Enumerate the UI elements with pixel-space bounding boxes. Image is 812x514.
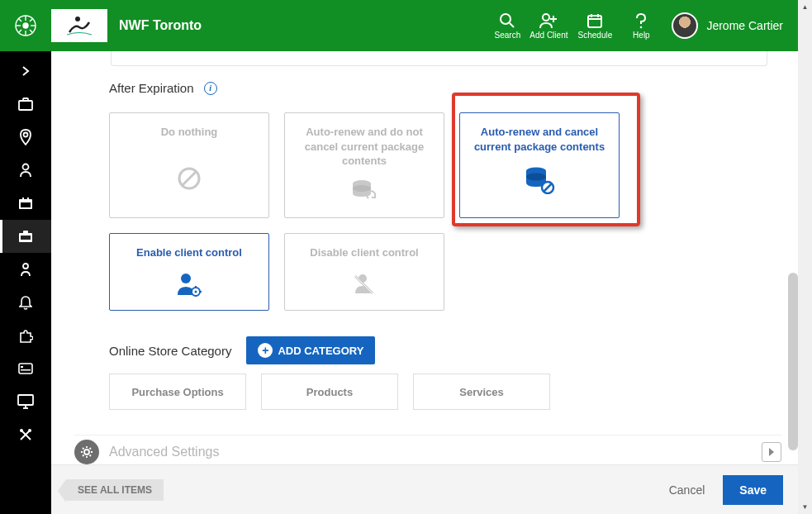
svg-rect-31 [19, 364, 32, 374]
tab-services[interactable]: Services [413, 374, 550, 410]
sidebar-date-icon[interactable] [0, 187, 51, 220]
search-button[interactable]: Search [487, 12, 528, 40]
add-client-button[interactable]: Add Client [528, 12, 569, 40]
tab-purchase-options[interactable]: Purchase Options [109, 374, 246, 410]
plus-icon: + [258, 343, 273, 358]
schedule-button[interactable]: Schedule [569, 12, 620, 40]
database-cancel-icon [524, 166, 555, 194]
avatar [672, 12, 698, 39]
sidebar-expand[interactable] [0, 55, 51, 88]
svg-point-1 [23, 23, 28, 28]
sidebar-monitor-icon[interactable] [0, 385, 51, 418]
svg-line-65 [90, 455, 92, 456]
schedule-label: Schedule [569, 31, 620, 40]
user-name: Jerome Cartier [706, 19, 783, 32]
sidebar-card-icon[interactable] [0, 352, 51, 385]
card-auto-no-cancel[interactable]: Auto-renew and do not cancel current pac… [284, 112, 444, 218]
card-do-nothing[interactable]: Do nothing [109, 112, 269, 218]
card-enable-client[interactable]: Enable client control [109, 233, 269, 311]
after-expiration-text: After Expiration [109, 81, 194, 95]
sidebar-bell-icon[interactable] [0, 286, 51, 319]
left-sidebar [0, 51, 51, 514]
tab-products[interactable]: Products [261, 374, 398, 410]
see-all-label: SEE ALL ITEMS [78, 484, 152, 496]
svg-rect-16 [588, 16, 601, 27]
org-logo[interactable] [51, 9, 107, 42]
svg-point-39 [20, 429, 23, 432]
footer-bar: SEE ALL ITEMS Cancel Save [51, 464, 798, 514]
svg-point-49 [181, 274, 191, 283]
add-category-button[interactable]: + ADD CATEGORY [246, 336, 375, 364]
collapsed-panel [111, 51, 767, 66]
svg-point-51 [195, 290, 197, 293]
app-logo-icon[interactable] [0, 15, 51, 36]
user-menu[interactable]: Jerome Cartier [662, 12, 798, 39]
card-label: Disable client control [310, 245, 418, 260]
person-gear-icon [176, 272, 202, 297]
svg-line-12 [510, 23, 514, 27]
card-label: Auto-renew and do not cancel current pac… [293, 125, 435, 169]
svg-rect-32 [21, 366, 23, 368]
card-label: Enable client control [136, 245, 242, 260]
help-button[interactable]: Help [620, 12, 662, 40]
save-button[interactable]: Save [723, 475, 783, 505]
scroll-up-icon[interactable]: ▲ [798, 0, 812, 14]
svg-line-8 [30, 18, 33, 21]
svg-point-40 [28, 429, 31, 432]
search-label: Search [487, 31, 528, 40]
card-auto-cancel[interactable]: Auto-renew and cancel current package co… [459, 112, 620, 218]
sidebar-person-icon[interactable] [0, 154, 51, 187]
help-label: Help [620, 31, 662, 40]
svg-point-20 [640, 26, 643, 28]
after-expiration-heading: After Expiration i [109, 81, 217, 95]
scroll-down-icon[interactable]: ▼ [798, 500, 812, 514]
svg-point-46 [526, 174, 546, 181]
svg-point-13 [543, 14, 549, 21]
svg-line-64 [83, 448, 84, 450]
svg-rect-21 [19, 101, 32, 110]
svg-rect-29 [21, 236, 31, 240]
svg-point-10 [75, 17, 80, 21]
online-store-heading: Online Store Category [109, 344, 231, 358]
advanced-label: Advanced Settings [109, 445, 219, 459]
cancel-button[interactable]: Cancel [669, 483, 705, 497]
expand-button[interactable] [762, 442, 781, 462]
svg-rect-33 [21, 369, 31, 371]
svg-line-9 [18, 30, 21, 33]
database-refresh-icon [350, 178, 378, 205]
svg-line-66 [90, 448, 92, 450]
gear-icon [74, 440, 99, 464]
sidebar-tools-icon[interactable] [0, 418, 51, 451]
advanced-settings-row[interactable]: Advanced Settings [74, 435, 781, 464]
svg-point-22 [24, 133, 28, 137]
block-icon [177, 166, 202, 191]
svg-rect-27 [27, 198, 29, 201]
tab-label: Services [459, 386, 504, 398]
sidebar-profile-icon[interactable] [0, 253, 51, 286]
svg-point-59 [84, 450, 89, 455]
content-scrollbar[interactable] [788, 273, 798, 450]
card-label: Auto-renew and cancel current package co… [468, 125, 610, 154]
sidebar-puzzle-icon[interactable] [0, 319, 51, 352]
info-icon[interactable]: i [204, 82, 217, 95]
see-all-button[interactable]: SEE ALL ITEMS [66, 479, 164, 501]
svg-rect-26 [22, 198, 24, 201]
tab-label: Purchase Options [131, 386, 223, 398]
org-name: NWF Toronto [119, 18, 202, 33]
svg-point-11 [501, 14, 510, 24]
save-label: Save [739, 483, 767, 497]
sidebar-briefcase-icon[interactable] [0, 88, 51, 121]
svg-line-67 [83, 455, 84, 456]
svg-line-6 [18, 18, 21, 21]
svg-rect-25 [21, 202, 31, 207]
add-category-label: ADD CATEGORY [278, 345, 363, 357]
card-label: Do nothing [161, 125, 218, 140]
card-disable-client[interactable]: Disable client control [284, 233, 444, 311]
window-scrollbar[interactable]: ▲ ▼ [798, 0, 812, 514]
top-header: NWF Toronto Search Add Client Schedule H… [0, 0, 798, 51]
sidebar-store-icon[interactable] [0, 220, 51, 253]
svg-point-30 [23, 264, 28, 269]
sidebar-pin-icon[interactable] [0, 121, 51, 154]
tab-label: Products [306, 386, 353, 398]
svg-point-23 [23, 164, 29, 170]
